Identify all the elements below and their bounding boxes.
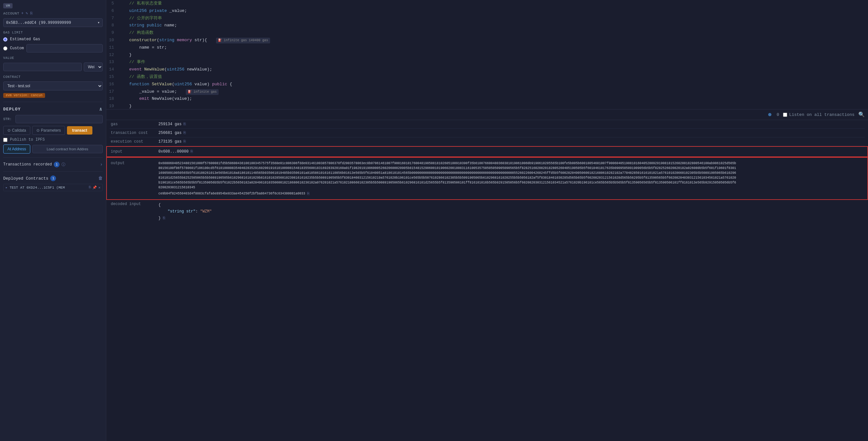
contract-copy-icon[interactable]: ⎘ [89,185,91,190]
account-label: ACCOUNT [3,11,19,15]
left-panel: VM ACCOUNT + ✎ ⎘ 0x5B3...eddC4 (99.99999… [0,0,106,441]
line-num-11: 11 [106,44,119,51]
right-panel: 5 // 私有状态变量 6 uint256 private _value; 7 … [106,0,868,441]
gas-limit-label: GAS LIMIT [3,31,103,34]
listen-checkbox[interactable] [783,113,787,117]
calldata-button[interactable]: ⊙ Calldata [3,126,30,135]
listen-label: Listen on all transactions [789,112,855,117]
line-num-9: 9 [106,30,119,36]
estimated-gas-radio[interactable] [3,37,7,41]
input-box: input 0x608...00000 ⎘ [106,146,868,157]
deploy-chevron-icon[interactable]: ∧ [99,106,103,112]
custom-label: Custom [10,46,24,51]
transactions-badge: 1 [54,162,60,167]
top-bar-number: 0 [777,112,779,117]
load-contract-button[interactable]: Load contract from Addres [32,145,103,153]
divider-1 [3,102,103,102]
deployed-label: Deployed Contracts [3,176,48,181]
transactions-label: Transactions recorded [3,162,52,167]
code-line-19: 19 } [106,103,868,109]
account-select[interactable]: 0x5B3...eddC4 (99.9999999999 ▾ [3,18,103,27]
line-num-13: 13 [106,59,119,66]
code-line-12: 12 } [106,52,868,59]
line-num-7: 7 [106,15,119,22]
line-num-18: 18 [106,96,119,102]
contract-close-icon[interactable]: ✕ [98,185,100,190]
decoded-input-row: decoded input { "string str": "WZM" } ⎘ [110,200,865,223]
code-line-16: 16 function SetValue(uint256 value) publ… [106,81,868,88]
exec-cost-label: execution cost [111,139,156,144]
copy-account-icon[interactable]: ⎘ [30,11,33,16]
line-content-6: uint256 private _value; [119,8,868,14]
search-icon[interactable]: 🔍 [858,112,865,118]
output-hash-row: ce9b04f824550403d4f8083cfafa6e8954be833a… [158,191,864,196]
edit-account-icon[interactable]: ✎ [26,11,28,16]
code-line-9: 9 // 构造函数 [106,29,868,37]
calldata-label: Calldata [12,128,26,133]
tx-cost-copy-icon[interactable]: ⎘ [184,131,186,135]
line-num-14: 14 [106,66,119,73]
wei-select[interactable]: Wei [84,62,103,71]
custom-gas-radio[interactable] [3,46,7,51]
code-line-5: 5 // 私有状态变量 [106,0,868,7]
estimated-gas-row: Estimated Gas [3,37,103,41]
line-content-10: constructor(string memory str){ ⛽ infini… [119,37,868,44]
value-row: 0 Wei [3,62,103,71]
transact-button[interactable]: transact [67,126,92,134]
publish-checkbox[interactable] [3,138,7,142]
divider-2 [3,157,103,158]
line-num-10: 10 [106,37,119,44]
add-account-icon[interactable]: + [21,11,24,16]
custom-gas-row: Custom 3000000 [3,44,103,53]
line-content-9: // 构造函数 [119,30,868,36]
deployed-contract-item: ▸ TEST AT 0XD24...1C5F1 (MEM ⎘ 📌 ✕ [3,184,103,191]
line-num-5: 5 [106,0,119,7]
gas-value: 259134 gas ⎘ [158,122,186,127]
tx-cost-value: 256681 gas ⎘ [158,131,186,135]
deploy-buttons: ⊙ Calldata ⊙ Parameters transact [3,126,103,135]
publish-row: Publish to IPFS [3,137,103,142]
top-bar: 0 Listen on all transactions 🔍 [106,109,868,120]
code-line-15: 15 // 函数，设置值 [106,73,868,81]
deployed-badge: 1 [50,176,56,181]
estimated-gas-label: Estimated Gas [10,37,40,41]
input-label: input [111,149,156,154]
trash-icon[interactable]: 🗑 [98,176,103,181]
line-content-17: _value = value; ⛽ infinite gas [119,89,868,95]
line-content-13: // 事件 [119,59,868,66]
contract-chevron-icon[interactable]: ▸ [5,185,8,190]
contract-label: CONTRACT [3,75,103,79]
output-copy-icon[interactable]: ⎘ [307,192,309,196]
contract-select[interactable]: Test - test.sol [3,82,103,90]
decoded-input-copy-icon[interactable]: ⎘ [163,216,165,220]
line-content-5: // 私有状态变量 [119,0,868,7]
decoded-key: "string str" [168,209,195,214]
line-content-19: } [119,103,868,109]
transactions-expand-icon[interactable]: › [100,162,103,167]
value-input[interactable]: 0 [3,63,82,71]
code-line-14: 14 event NewValue(uint256 newValue); [106,66,868,73]
code-line-7: 7 // 公开的字符串 [106,15,868,22]
output-long-row: output 0x608060405234801561000f57600081f… [110,160,865,197]
gas-row: gas 259134 gas ⎘ [110,120,865,129]
input-copy-icon[interactable]: ⎘ [191,149,193,154]
gas-copy-icon[interactable]: ⎘ [184,122,186,127]
output-box: output 0x608060405234801561000f57600081f… [106,157,868,200]
transaction-cost-row: transaction cost 256681 gas ⎘ [110,129,865,137]
output-hash-text: ce9b04f824550403d4f8083cfafa6e8954be833a… [158,191,305,196]
str-label: STR: [3,117,13,121]
listen-checkbox-row: Listen on all transactions [783,112,855,117]
exec-cost-value: 173135 gas ⎘ [158,139,186,144]
code-area: 5 // 私有状态变量 6 uint256 private _value; 7 … [106,0,868,109]
custom-gas-input[interactable]: 3000000 [26,44,103,53]
at-address-button[interactable]: At Address [3,145,30,154]
parameters-button[interactable]: ⊙ Parameters [32,126,65,135]
tx-cost-label: transaction cost [111,131,156,135]
account-row: ACCOUNT + ✎ ⎘ [3,11,103,16]
exec-cost-copy-icon[interactable]: ⎘ [184,139,186,144]
contract-pin-icon[interactable]: 📌 [92,185,97,190]
str-input[interactable]: "WZM" [16,115,103,123]
line-content-16: function SetValue(uint256 value) public … [119,81,868,88]
decoded-input-content: { "string str": "WZM" } ⎘ [158,202,212,221]
vm-badge: VM [3,3,12,8]
